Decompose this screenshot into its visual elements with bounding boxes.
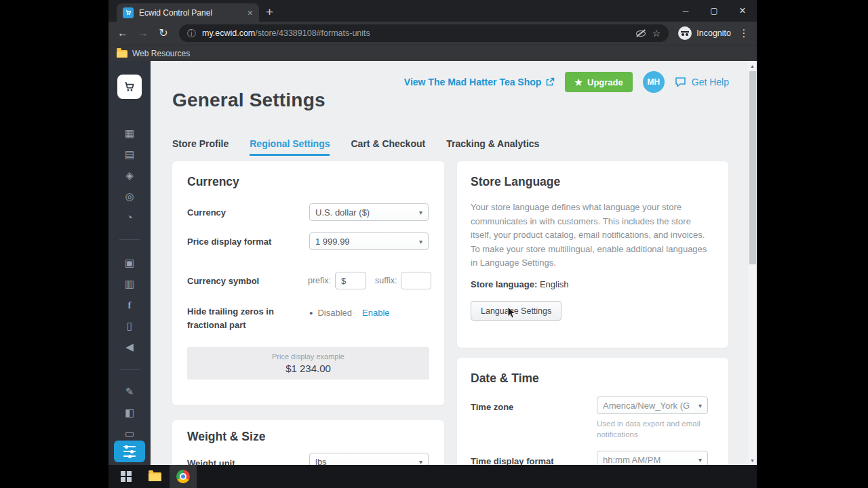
bookmark-star-icon[interactable]: ☆ — [652, 28, 661, 38]
bookmark-item[interactable]: Web Resources — [132, 49, 190, 58]
avatar[interactable]: MH — [643, 71, 665, 93]
chevron-down-icon: ▾ — [419, 458, 422, 466]
scroll-up-icon[interactable]: ▲ — [748, 61, 757, 70]
tab-cart-checkout[interactable]: Cart & Checkout — [351, 138, 425, 156]
bookmark-folder-icon — [117, 50, 127, 58]
view-store-label: View The Mad Hatter Tea Shop — [404, 77, 542, 87]
sync-icon[interactable]: ◎ — [108, 189, 151, 204]
window-controls: ─ ▢ × — [671, 0, 757, 22]
eye-off-icon[interactable] — [635, 28, 646, 38]
ecwid-logo[interactable] — [117, 75, 142, 99]
suffix-input[interactable] — [401, 272, 431, 289]
weight-size-card: Weight & Size Weight unit lbs▾ — [172, 420, 444, 465]
file-explorer-button[interactable] — [141, 465, 168, 488]
address-bar[interactable]: ⓘ my.ecwid.com/store/43389108#formats-un… — [179, 24, 669, 42]
taskbar — [108, 465, 757, 488]
currency-select[interactable]: U.S. dollar ($)▾ — [309, 203, 429, 221]
back-icon[interactable]: ← — [114, 28, 132, 39]
get-help-label: Get Help — [692, 77, 729, 87]
suffix-label: suffix: — [375, 276, 397, 285]
browser-window: Ecwid Control Panel × + ─ ▢ × ← → ↻ ⓘ my… — [108, 0, 757, 465]
page-title: General Settings — [172, 89, 326, 111]
get-help-button[interactable]: Get Help — [675, 77, 729, 87]
prefix-input[interactable] — [335, 272, 366, 289]
weight-unit-label: Weight unit — [187, 457, 235, 465]
prefix-label: prefix: — [308, 276, 331, 285]
external-link-icon — [545, 77, 555, 87]
chrome-button[interactable] — [170, 465, 197, 488]
reports-icon[interactable]: ◔ — [108, 210, 151, 225]
enable-link[interactable]: Enable — [362, 308, 389, 318]
price-format-select[interactable]: 1 999.99▾ — [309, 232, 429, 250]
store-language-line: Store language: English — [471, 279, 569, 289]
time-format-select[interactable]: hh:mm AM/PM▾ — [597, 451, 708, 465]
time-zone-select[interactable]: America/New_York (G▾ — [597, 396, 708, 414]
currency-symbol-label: Currency symbol — [187, 274, 259, 288]
time-format-label: Time display format — [471, 455, 554, 465]
settings-icon[interactable] — [114, 441, 145, 462]
store-language-label: Store language: — [471, 279, 537, 289]
new-tab-button[interactable]: + — [266, 5, 273, 18]
windows-logo-icon — [121, 471, 132, 482]
store-language-value: English — [540, 279, 569, 289]
time-zone-hint: Used in data export and email notificati… — [597, 418, 707, 440]
sales-channels-icon[interactable]: ▣ — [108, 256, 151, 270]
maximize-button[interactable]: ▢ — [700, 0, 728, 22]
currency-card: Currency Currency U.S. dollar ($)▾ Price… — [172, 161, 444, 405]
top-header: View The Mad Hatter Tea Shop ★ Upgrade M… — [404, 71, 729, 93]
upgrade-label: Upgrade — [587, 77, 623, 87]
tab-strip: Ecwid Control Panel × + ─ ▢ × — [108, 0, 757, 22]
vertical-scrollbar[interactable]: ▲ ▼ — [748, 61, 757, 465]
language-description: Your store language defines what languag… — [471, 201, 713, 270]
apps-icon[interactable]: ◧ — [108, 405, 151, 420]
upgrade-button[interactable]: ★ Upgrade — [565, 72, 632, 92]
sidebar-divider — [119, 239, 140, 240]
page-content: ▦ ▤ ◈ ◎ ◔ ▣ ▥ f ▯ ◀ ✎ ◧ ▭ — [108, 61, 757, 465]
currency-card-title: Currency — [187, 175, 239, 189]
currency-field-label: Currency — [187, 206, 226, 220]
marketing-icon[interactable]: ◀ — [108, 340, 151, 354]
tab-tracking-analytics[interactable]: Tracking & Analytics — [446, 138, 539, 156]
price-example-value: $1 234.00 — [285, 363, 331, 374]
incognito-badge: Incognito — [678, 26, 731, 40]
scrollbar-thumb[interactable] — [749, 71, 756, 264]
hide-zeros-control: ●DisabledEnable — [309, 308, 390, 318]
reload-icon[interactable]: ↻ — [155, 28, 172, 39]
chevron-down-icon: ▾ — [419, 238, 422, 245]
currency-symbol-row: prefix: suffix: — [308, 272, 431, 289]
tab-regional-settings[interactable]: Regional Settings — [250, 138, 330, 156]
view-store-link[interactable]: View The Mad Hatter Tea Shop — [404, 77, 555, 87]
start-button[interactable] — [113, 465, 140, 488]
tab-store-profile[interactable]: Store Profile — [172, 138, 229, 156]
design-icon[interactable]: ✎ — [108, 384, 151, 399]
minimize-button[interactable]: ─ — [671, 0, 700, 22]
orders-icon[interactable]: ▤ — [108, 147, 151, 162]
dashboard-icon[interactable]: ▦ — [108, 126, 151, 141]
sidebar-divider — [119, 369, 140, 370]
bookmarks-bar: Web Resources — [108, 45, 757, 62]
close-button[interactable]: × — [728, 0, 757, 22]
screen: Ecwid Control Panel × + ─ ▢ × ← → ↻ ⓘ my… — [0, 0, 868, 488]
chat-bubble-icon — [675, 77, 687, 87]
facebook-icon[interactable]: f — [108, 298, 151, 312]
incognito-icon — [678, 26, 692, 40]
forward-icon[interactable]: → — [134, 28, 152, 39]
browser-toolbar: ← → ↻ ⓘ my.ecwid.com/store/43389108#form… — [108, 22, 757, 45]
browser-menu-icon[interactable]: ⋮ — [736, 27, 751, 39]
catalog-icon[interactable]: ◈ — [108, 168, 151, 183]
scroll-down-icon[interactable]: ▼ — [748, 455, 757, 465]
website-icon[interactable]: ▥ — [108, 277, 151, 291]
shipping-icon[interactable]: ▭ — [108, 426, 151, 441]
language-settings-button[interactable]: Language Settings — [471, 301, 561, 321]
time-zone-label: Time zone — [471, 401, 513, 414]
tab-close-icon[interactable]: × — [248, 8, 253, 18]
url-text: my.ecwid.com/store/43389108#formats-unit… — [202, 28, 629, 38]
date-time-card: Date & Time Time zone America/New_York (… — [457, 358, 728, 465]
folder-icon — [149, 472, 161, 481]
tab-title: Ecwid Control Panel — [139, 8, 242, 18]
site-info-icon[interactable]: ⓘ — [187, 29, 196, 38]
settings-tabs: Store Profile Regional Settings Cart & C… — [172, 138, 539, 156]
mobile-icon[interactable]: ▯ — [108, 319, 151, 333]
browser-tab[interactable]: Ecwid Control Panel × — [117, 3, 259, 22]
weight-unit-select[interactable]: lbs▾ — [309, 453, 429, 465]
